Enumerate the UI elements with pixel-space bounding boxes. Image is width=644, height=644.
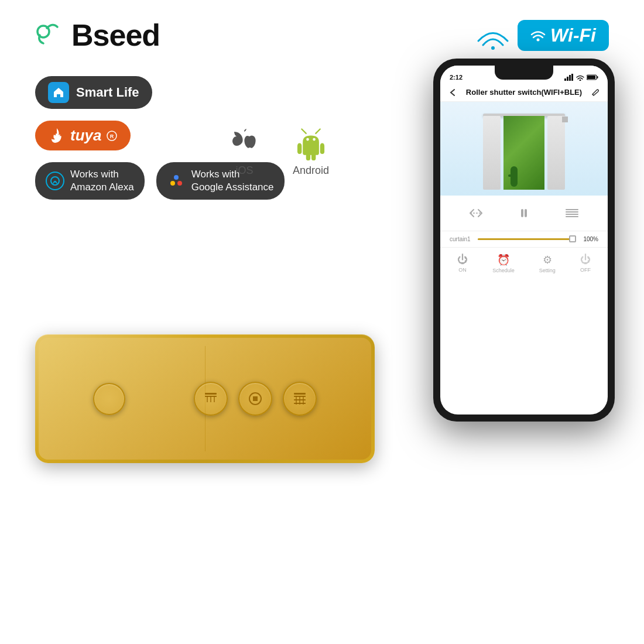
touch-button-single[interactable] — [93, 383, 125, 415]
phone-notch — [495, 66, 553, 80]
tuya-label: tuya — [70, 126, 101, 145]
status-icons — [564, 74, 598, 81]
google-icon — [167, 172, 186, 190]
window-view — [503, 116, 544, 190]
cactus-arm — [508, 174, 513, 177]
curtain-right — [547, 116, 565, 190]
svg-rect-34 — [587, 76, 595, 79]
slider-thumb — [569, 235, 576, 242]
shade-up-button[interactable] — [194, 382, 228, 416]
svg-rect-29 — [567, 77, 568, 81]
svg-line-12 — [302, 129, 306, 133]
svg-point-11 — [313, 138, 316, 141]
nav-off[interactable]: ⏻ OFF — [580, 254, 591, 273]
on-icon: ⏻ — [457, 254, 468, 266]
wifi-area: Wi-Fi — [475, 20, 609, 51]
apple-icon — [228, 126, 261, 161]
switch-device — [35, 334, 375, 463]
nav-setting[interactable]: ⚙ Setting — [539, 254, 556, 273]
nav-on[interactable]: ⏻ ON — [457, 254, 468, 273]
svg-point-9 — [170, 181, 175, 186]
svg-rect-39 — [525, 209, 527, 217]
smart-life-row: Smart Life — [35, 76, 410, 109]
svg-rect-27 — [294, 399, 306, 400]
phone-mockup: 2:12 — [433, 59, 615, 422]
wifi-waves-icon — [475, 20, 511, 50]
svg-line-13 — [316, 129, 320, 133]
left-panel: Smart Life tuya R — [35, 70, 410, 463]
pull-cord — [562, 117, 568, 122]
on-label: ON — [458, 267, 467, 273]
status-time: 2:12 — [450, 74, 463, 81]
header: Bseed Wi-Fi — [0, 0, 644, 64]
off-icon: ⏻ — [580, 254, 591, 266]
svg-rect-35 — [597, 76, 598, 78]
app-title: Roller shutter switch(WIFI+BLE) — [461, 88, 587, 97]
alexa-label: Works withAmazon Alexa — [70, 168, 134, 194]
alexa-badge: Works withAmazon Alexa — [35, 162, 145, 200]
edit-icon[interactable] — [591, 88, 600, 97]
open-icon[interactable] — [465, 203, 487, 224]
curtain-left — [483, 116, 501, 190]
svg-rect-26 — [294, 396, 306, 397]
phone-control-icons — [440, 196, 608, 231]
smart-life-label: Smart Life — [76, 85, 139, 100]
svg-point-8 — [177, 181, 182, 186]
wifi-badge: Wi-Fi — [518, 20, 609, 51]
nav-schedule[interactable]: ⏰ Schedule — [492, 254, 515, 273]
control-group — [194, 382, 317, 416]
wifi-status-icon — [576, 74, 584, 81]
svg-rect-21 — [294, 393, 306, 395]
ios-item: iOS — [228, 126, 261, 177]
slider-row: curtain1 100% — [440, 231, 608, 247]
badges-section: Smart Life tuya R — [35, 70, 410, 200]
smart-life-icon — [48, 82, 69, 103]
slider-label: curtain1 — [450, 236, 473, 242]
phone-screen: 2:12 — [440, 66, 608, 415]
pause-icon[interactable] — [513, 203, 535, 224]
tuya-row: tuya R — [35, 121, 410, 150]
svg-rect-38 — [521, 209, 523, 217]
ios-label: iOS — [235, 165, 253, 177]
svg-point-7 — [174, 175, 179, 180]
phone-container: 2:12 — [433, 59, 615, 463]
back-icon[interactable] — [448, 88, 457, 97]
bottom-nav: ⏻ ON ⏰ Schedule ⚙ Setting ⏻ OFF — [440, 247, 608, 279]
os-section: iOS Android — [228, 126, 329, 177]
off-label: OFF — [580, 267, 591, 273]
svg-point-32 — [580, 80, 581, 81]
alexa-icon — [46, 172, 64, 190]
bseed-logo-icon — [35, 20, 66, 50]
tuya-icon — [48, 127, 66, 145]
brand-name: Bseed — [71, 18, 160, 53]
blind-visual — [477, 108, 571, 190]
wifi-label: Wi-Fi — [550, 25, 596, 46]
stop-button[interactable] — [238, 382, 272, 416]
close-blind-icon[interactable] — [561, 203, 583, 224]
svg-point-10 — [306, 138, 309, 141]
tuya-badge: tuya R — [35, 121, 131, 150]
svg-point-2 — [537, 39, 540, 42]
svg-point-1 — [491, 46, 495, 50]
app-header: Roller shutter switch(WIFI+BLE) — [440, 83, 608, 102]
works-row: Works withAmazon Alexa Works withGoogle … — [35, 162, 410, 200]
blind-display — [440, 102, 608, 196]
svg-line-36 — [592, 94, 594, 95]
signal-icon — [564, 74, 574, 81]
svg-rect-20 — [253, 396, 258, 401]
setting-label: Setting — [539, 268, 556, 273]
slider-value: 100% — [581, 236, 598, 242]
slider-track[interactable] — [478, 238, 576, 240]
logo-area: Bseed — [35, 18, 160, 53]
android-item: Android — [293, 126, 329, 177]
svg-rect-31 — [571, 74, 573, 81]
main-content: Smart Life tuya R — [0, 64, 644, 469]
android-label: Android — [293, 165, 329, 177]
svg-rect-28 — [564, 78, 566, 81]
shade-down-button[interactable] — [283, 382, 317, 416]
schedule-icon: ⏰ — [497, 254, 510, 266]
svg-rect-25 — [294, 403, 306, 404]
battery-icon — [587, 74, 598, 81]
svg-text:R: R — [110, 133, 114, 139]
android-icon — [295, 126, 327, 161]
